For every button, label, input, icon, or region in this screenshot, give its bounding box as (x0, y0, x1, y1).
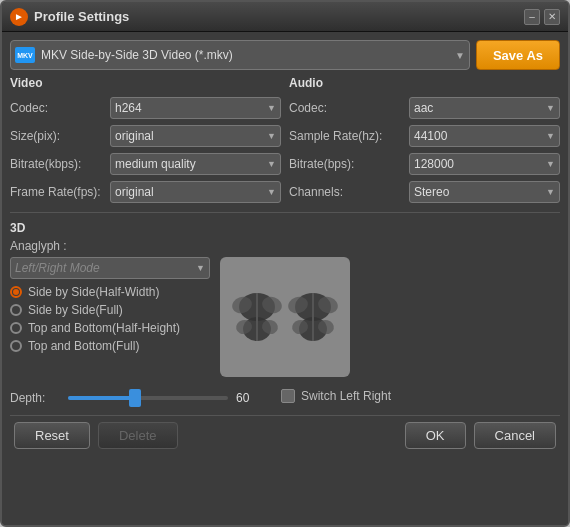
threed-section: 3D Anaglyph : Left/Right Mode ▼ (10, 221, 560, 405)
audio-samplerate-row: Sample Rate(hz): 44100 ▼ (289, 124, 560, 148)
depth-row: Depth: 60 (10, 391, 261, 405)
audio-samplerate-label: Sample Rate(hz): (289, 129, 409, 143)
video-size-label: Size(pix): (10, 129, 110, 143)
radio-circle-3 (10, 340, 22, 352)
anaglyph-left: Left/Right Mode ▼ Side by Side(Half-Widt… (10, 257, 210, 377)
minimize-button[interactable]: – (524, 9, 540, 25)
top-bar: MKV MKV Side-by-Side 3D Video (*.mkv) ▼ … (10, 40, 560, 70)
audio-bitrate-select-wrap[interactable]: 128000 ▼ (409, 153, 560, 175)
video-bitrate-label: Bitrate(kbps): (10, 157, 110, 171)
audio-channels-label: Channels: (289, 185, 409, 199)
radio-label-2: Top and Bottom(Half-Height) (28, 321, 180, 335)
profile-format-icon: MKV (15, 47, 35, 63)
video-bitrate-select-wrap[interactable]: medium quality ▼ (110, 153, 281, 175)
depth-slider-thumb[interactable] (129, 389, 141, 407)
save-as-button[interactable]: Save As (476, 40, 560, 70)
radio-item-3[interactable]: Top and Bottom(Full) (10, 339, 210, 353)
radio-label-3: Top and Bottom(Full) (28, 339, 139, 353)
video-codec-row: Codec: h264 ▼ (10, 96, 281, 120)
audio-codec-row: Codec: aac ▼ (289, 96, 560, 120)
video-framerate-arrow-icon: ▼ (267, 187, 276, 197)
video-size-select-wrap[interactable]: original ▼ (110, 125, 281, 147)
bottom-left-buttons: Reset Delete (14, 422, 178, 449)
video-size-row: Size(pix): original ▼ (10, 124, 281, 148)
radio-circle-0 (10, 286, 22, 298)
audio-samplerate-select[interactable]: 44100 (414, 129, 546, 143)
depth-value: 60 (236, 391, 261, 405)
video-bitrate-arrow-icon: ▼ (267, 159, 276, 169)
depth-slider-track[interactable] (68, 396, 228, 400)
depth-slider-fill (68, 396, 132, 400)
main-window: ► Profile Settings – ✕ MKV MKV Side-by-S… (0, 0, 570, 527)
video-framerate-row: Frame Rate(fps): original ▼ (10, 180, 281, 204)
video-section-title: Video (10, 76, 281, 90)
audio-bitrate-arrow-icon: ▼ (546, 159, 555, 169)
audio-codec-arrow-icon: ▼ (546, 103, 555, 113)
anaglyph-row: Anaglyph : (10, 239, 560, 253)
close-button[interactable]: ✕ (544, 9, 560, 25)
audio-bitrate-row: Bitrate(bps): 128000 ▼ (289, 152, 560, 176)
content-area: MKV MKV Side-by-Side 3D Video (*.mkv) ▼ … (2, 32, 568, 525)
radio-item-0[interactable]: Side by Side(Half-Width) (10, 285, 210, 299)
audio-codec-select-wrap[interactable]: aac ▼ (409, 97, 560, 119)
video-codec-select-wrap[interactable]: h264 ▼ (110, 97, 281, 119)
bottom-right-buttons: OK Cancel (405, 422, 556, 449)
profile-select[interactable]: MKV Side-by-Side 3D Video (*.mkv) (41, 48, 455, 62)
audio-bitrate-select[interactable]: 128000 (414, 157, 546, 171)
radio-item-1[interactable]: Side by Side(Full) (10, 303, 210, 317)
video-panel: Video Codec: h264 ▼ Size(pix): original (10, 76, 281, 204)
audio-codec-label: Codec: (289, 101, 409, 115)
radio-item-2[interactable]: Top and Bottom(Half-Height) (10, 321, 210, 335)
switch-checkbox[interactable] (281, 389, 295, 403)
video-bitrate-row: Bitrate(kbps): medium quality ▼ (10, 152, 281, 176)
mode-arrow-icon: ▼ (196, 263, 205, 273)
anaglyph-label: Anaglyph : (10, 239, 67, 253)
video-framerate-label: Frame Rate(fps): (10, 185, 110, 199)
switch-row[interactable]: Switch Left Right (281, 389, 391, 403)
video-size-select[interactable]: original (115, 129, 267, 143)
mode-select-wrap[interactable]: Left/Right Mode ▼ (10, 257, 210, 279)
depth-label: Depth: (10, 391, 60, 405)
video-framerate-select[interactable]: original (115, 185, 267, 199)
3d-preview (220, 257, 350, 377)
ok-button[interactable]: OK (405, 422, 466, 449)
window-title: Profile Settings (34, 9, 524, 24)
radio-label-1: Side by Side(Full) (28, 303, 123, 317)
radio-circle-2 (10, 322, 22, 334)
app-icon: ► (10, 8, 28, 26)
anaglyph-section: Left/Right Mode ▼ Side by Side(Half-Widt… (10, 257, 560, 377)
radio-circle-1 (10, 304, 22, 316)
title-bar: ► Profile Settings – ✕ (2, 2, 568, 32)
video-codec-select[interactable]: h264 (115, 101, 267, 115)
butterfly-left-icon (232, 287, 282, 347)
section-divider (10, 212, 560, 213)
profile-arrow-icon: ▼ (455, 50, 465, 61)
audio-bitrate-label: Bitrate(bps): (289, 157, 409, 171)
audio-samplerate-select-wrap[interactable]: 44100 ▼ (409, 125, 560, 147)
reset-button[interactable]: Reset (14, 422, 90, 449)
settings-grid: Video Codec: h264 ▼ Size(pix): original (10, 76, 560, 204)
audio-section-title: Audio (289, 76, 560, 90)
video-framerate-select-wrap[interactable]: original ▼ (110, 181, 281, 203)
threed-section-title: 3D (10, 221, 560, 235)
video-codec-arrow-icon: ▼ (267, 103, 276, 113)
audio-channels-select[interactable]: Stereo (414, 185, 546, 199)
mode-select[interactable]: Left/Right Mode (15, 261, 196, 275)
audio-samplerate-arrow-icon: ▼ (546, 131, 555, 141)
title-controls: – ✕ (524, 9, 560, 25)
profile-select-wrap[interactable]: MKV MKV Side-by-Side 3D Video (*.mkv) ▼ (10, 40, 470, 70)
audio-codec-select[interactable]: aac (414, 101, 546, 115)
radio-group: Side by Side(Half-Width) Side by Side(Fu… (10, 285, 210, 353)
audio-channels-arrow-icon: ▼ (546, 187, 555, 197)
bottom-bar: Reset Delete OK Cancel (10, 415, 560, 453)
cancel-button[interactable]: Cancel (474, 422, 556, 449)
audio-channels-row: Channels: Stereo ▼ (289, 180, 560, 204)
switch-label: Switch Left Right (301, 389, 391, 403)
radio-label-0: Side by Side(Half-Width) (28, 285, 159, 299)
butterfly-right-icon (288, 287, 338, 347)
audio-channels-select-wrap[interactable]: Stereo ▼ (409, 181, 560, 203)
video-codec-label: Codec: (10, 101, 110, 115)
audio-panel: Audio Codec: aac ▼ Sample Rate(hz): 4410… (289, 76, 560, 204)
video-bitrate-select[interactable]: medium quality (115, 157, 267, 171)
video-size-arrow-icon: ▼ (267, 131, 276, 141)
